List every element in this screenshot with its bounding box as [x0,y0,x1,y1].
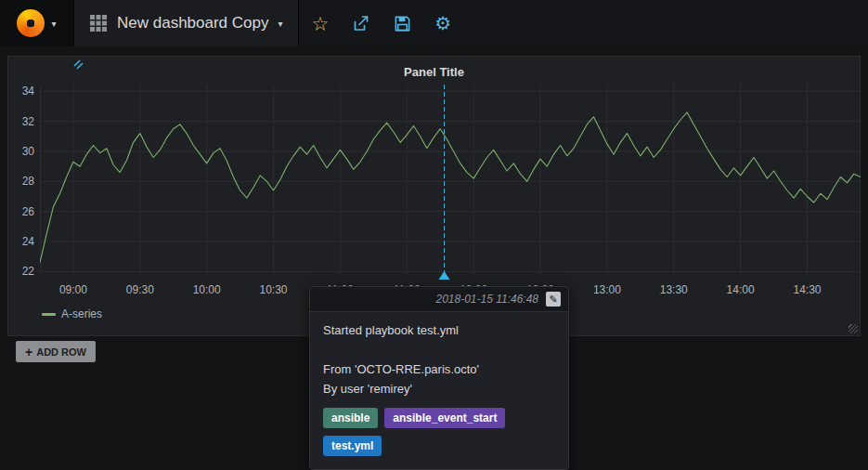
tag-test-yml[interactable]: test.yml [323,436,382,456]
chevron-down-icon: ▾ [278,19,282,29]
dashboard-title: New dashboard Copy [117,14,268,33]
annotation-timestamp: 2018-01-15 11:46:48 [435,293,538,306]
navbar-actions: ☆ ⚙ [312,0,452,46]
tag-ansible-event-start[interactable]: ansible_event_start [384,408,505,428]
dashboard-picker[interactable]: New dashboard Copy ▾ [74,0,299,46]
x-axis-label: 14:30 [786,283,829,296]
legend-item-a-series[interactable]: A-series [42,307,102,320]
edit-annotation-icon[interactable]: ✎ [546,292,561,307]
y-axis-label: 30 [8,145,34,158]
y-axis-label: 24 [8,235,34,248]
x-axis-label: 10:00 [186,283,228,296]
plus-icon: + [25,345,32,359]
dashboard-grid-icon [89,14,108,33]
x-axis-label: 09:30 [119,283,162,296]
x-axis-label: 09:00 [52,283,95,296]
panel-resize-handle[interactable] [849,324,858,333]
tag-ansible[interactable]: ansible [323,408,378,428]
grafana-logo-icon [17,9,45,37]
grafana-menu-button[interactable]: ▾ [0,0,74,46]
share-dashboard-button[interactable] [352,14,370,33]
chart-plot-area[interactable] [40,85,861,282]
annotation-text: Started playbook test.yml [323,323,555,337]
y-axis-label: 32 [8,115,34,128]
legend-color-swatch [42,313,56,316]
panel-corner-indicator [73,59,84,71]
grafana-app: ▾ New dashboard Copy ▾ ☆ [0,0,868,470]
annotation-marker [439,271,450,280]
add-row-button[interactable]: + ADD ROW [16,341,96,362]
y-axis-label: 22 [8,265,34,278]
star-dashboard-button[interactable]: ☆ [312,14,330,33]
save-dashboard-button[interactable] [394,15,411,33]
y-axis-label: 34 [8,85,34,98]
y-axis-label: 28 [8,175,34,188]
x-axis-label: 14:00 [719,283,762,296]
time-series-chart [40,85,861,282]
annotation-tooltip-header: 2018-01-15 11:46:48 ✎ [310,287,568,312]
y-axis-label: 26 [8,205,34,218]
x-axis-label: 13:30 [653,283,695,296]
annotation-tooltip-body: Started playbook test.yml From 'OCTO-RRE… [310,312,568,469]
add-row-label: ADD ROW [36,346,86,358]
settings-gear-icon[interactable]: ⚙ [434,14,451,33]
x-axis-label: 10:30 [253,283,295,296]
legend-label: A-series [61,307,102,320]
navbar: ▾ New dashboard Copy ▾ ☆ [0,0,868,46]
annotation-from-line: From 'OCTO-RRE.paris.octo' [323,359,555,379]
chevron-down-icon: ▾ [51,19,56,29]
annotation-by-line: By user 'remirey' [323,379,555,398]
x-axis-label: 13:00 [586,283,628,296]
panel-title[interactable]: Panel Title [8,65,860,79]
annotation-tooltip: 2018-01-15 11:46:48 ✎ Started playbook t… [309,286,569,470]
annotation-tags: ansible ansible_event_start test.yml [323,408,555,456]
